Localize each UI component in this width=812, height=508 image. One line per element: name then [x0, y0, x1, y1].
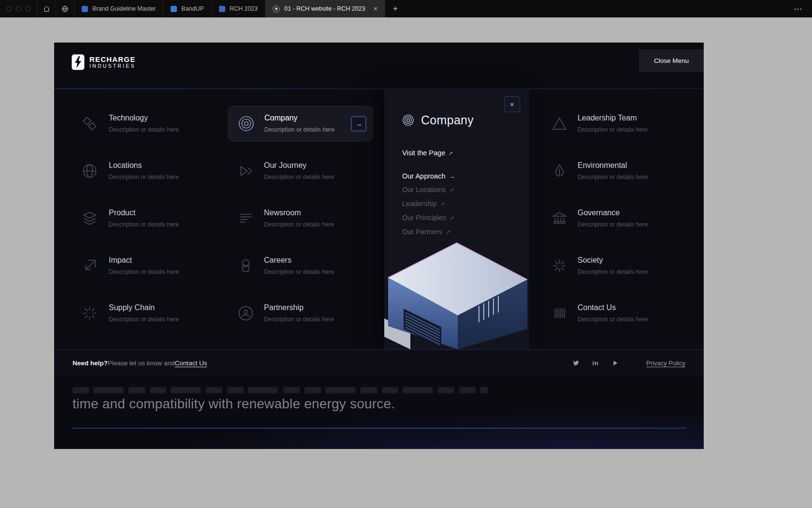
menu-item-impact[interactable]: ImpactDescription or details here [79, 248, 224, 284]
play-favicon-icon [273, 5, 280, 13]
menu-item-title: Contact Us [578, 303, 648, 312]
globe-icon [61, 5, 69, 13]
linkedin-icon[interactable]: in [593, 359, 599, 367]
external-arrow-icon: ↗ [440, 201, 445, 208]
new-tab-button[interactable]: + [385, 0, 406, 17]
right-arrow-icon: → [449, 173, 455, 180]
twitter-icon[interactable] [572, 359, 580, 367]
document-lines-icon [235, 208, 256, 229]
menu-item-title: Impact [109, 256, 179, 265]
menu-item-governance[interactable]: GovernanceDescription or details here [549, 201, 696, 236]
menu-item-contact-us[interactable]: Contact UsDescription or details here [549, 296, 696, 331]
menu-item-environmental[interactable]: EnvironmentalDescription or details here [549, 153, 696, 189]
menu-item-desc: Description or details here [109, 174, 179, 180]
window-minimize-button[interactable] [16, 6, 21, 12]
menu-item-title: Locations [109, 161, 179, 170]
menu-item-desc: Description or details here [264, 269, 334, 275]
menu-item-product[interactable]: ProductDescription or details here [79, 201, 224, 236]
browser-globe-button[interactable] [56, 0, 74, 17]
flyout-close-button[interactable]: × [504, 96, 520, 112]
external-arrow-icon: ↗ [448, 150, 453, 157]
visit-the-page-link[interactable]: Visit the Page↗ [402, 149, 453, 157]
company-arrow-button[interactable]: → [351, 117, 366, 131]
menu-item-title: Company [264, 114, 334, 122]
link-our-principles[interactable]: Our Principles↗ [402, 214, 455, 222]
menu-item-careers[interactable]: CareersDescription or details here [228, 248, 373, 284]
arrow-diagonal-icon [79, 255, 100, 277]
menu-column-1: TechnologyDescription or details here Lo… [79, 106, 224, 331]
diamonds-icon [79, 113, 100, 134]
browser-overflow-menu[interactable]: ⋯ [784, 0, 812, 17]
window-close-button[interactable] [6, 6, 12, 12]
menu-item-title: Governance [578, 209, 648, 217]
starburst-icon [79, 303, 100, 324]
menu-item-desc: Description or details here [264, 316, 334, 323]
tab-favicon [219, 6, 225, 12]
menu-item-desc: Description or details here [578, 174, 648, 180]
menu-column-3: Leadership TeamDescription or details he… [549, 106, 696, 331]
company-flyout-panel: × Company Visit the Page↗ Our Approach→ … [384, 89, 529, 349]
menu-item-title: Product [109, 209, 179, 217]
flyout-title: Company [421, 113, 474, 127]
tab-close-icon[interactable]: × [374, 5, 377, 13]
browser-bar: Brand Guideline Master BandUP RCH 2023 0… [0, 0, 812, 17]
link-label: Our Locations [402, 186, 446, 194]
hero-text-line: time and compatibility with renewable en… [72, 396, 395, 412]
menu-item-title: Newsroom [264, 209, 334, 217]
logo-line1: RECHARGE [89, 56, 136, 63]
bank-icon [549, 208, 570, 229]
flyout-header: Company [402, 113, 474, 127]
privacy-policy-link[interactable]: Privacy Policy [646, 359, 685, 367]
menu-item-title: Leadership Team [578, 114, 648, 122]
tab-bandup[interactable]: BandUP [163, 0, 211, 17]
window-controls[interactable] [0, 0, 37, 17]
link-our-approach[interactable]: Our Approach→ [402, 173, 455, 180]
triangle-icon [549, 113, 570, 134]
external-arrow-icon: ↗ [449, 187, 454, 194]
link-label: Our Approach [402, 172, 445, 180]
contact-us-link[interactable]: Contact Us [175, 359, 207, 367]
menu-item-desc: Description or details here [578, 126, 648, 133]
tab-label: 01 - RCH website - RCH 2023 [284, 5, 365, 12]
menu-item-locations[interactable]: LocationsDescription or details here [79, 153, 224, 189]
close-menu-button[interactable]: Close Menu [639, 49, 704, 72]
link-label: Our Principles [402, 214, 446, 222]
layers-icon [79, 208, 100, 229]
clipped-text-remnant [72, 387, 488, 393]
link-leadership[interactable]: Leadership↗ [402, 200, 455, 208]
menu-item-title: Society [578, 256, 648, 265]
menu-item-title: Careers [264, 256, 334, 265]
menu-item-society[interactable]: SocietyDescription or details here [549, 248, 696, 284]
link-our-partners[interactable]: Our Partners↗ [402, 228, 455, 236]
vertical-bars-icon [549, 303, 570, 324]
menu-item-newsroom[interactable]: NewsroomDescription or details here [228, 201, 373, 236]
menu-item-partnership[interactable]: PartnershipDescription or details here [228, 296, 373, 331]
menu-item-our-journey[interactable]: Our JourneyDescription or details here [228, 153, 373, 189]
menu-item-leadership-team[interactable]: Leadership TeamDescription or details he… [549, 106, 696, 141]
flyout-link-list: Our Approach→ Our Locations↗ Leadership↗… [402, 173, 455, 236]
hero-background: time and compatibility with renewable en… [54, 376, 704, 449]
play-icon[interactable] [611, 359, 619, 367]
tab-rch-website-active[interactable]: 01 - RCH website - RCH 2023 × [265, 0, 385, 17]
recharge-logo[interactable]: RECHARGE INDUSTRIES [72, 54, 136, 70]
tab-brand-guideline-master[interactable]: Brand Guideline Master [74, 0, 163, 17]
menu-item-desc: Description or details here [109, 221, 179, 228]
link-our-locations[interactable]: Our Locations↗ [402, 186, 455, 194]
tab-favicon [82, 6, 88, 12]
menu-item-title: Environmental [578, 161, 648, 170]
home-icon [43, 5, 51, 13]
menu-item-technology[interactable]: TechnologyDescription or details here [79, 106, 224, 141]
window-zoom-button[interactable] [26, 6, 31, 12]
external-arrow-icon: ↗ [446, 229, 450, 236]
play-forward-icon [235, 161, 256, 182]
need-help-label: Need help? [72, 359, 108, 367]
tab-favicon [171, 6, 177, 12]
tab-rch-2023[interactable]: RCH 2023 [211, 0, 265, 17]
menu-item-desc: Description or details here [109, 126, 179, 133]
social-links: in Privacy Policy [572, 359, 685, 367]
menu-item-supply-chain[interactable]: Supply ChainDescription or details here [79, 296, 224, 331]
menu-item-desc: Description or details here [264, 221, 334, 228]
menu-item-company[interactable]: CompanyDescription or details here → [228, 106, 373, 141]
link-label: Our Partners [402, 228, 442, 236]
home-button[interactable] [37, 0, 56, 17]
